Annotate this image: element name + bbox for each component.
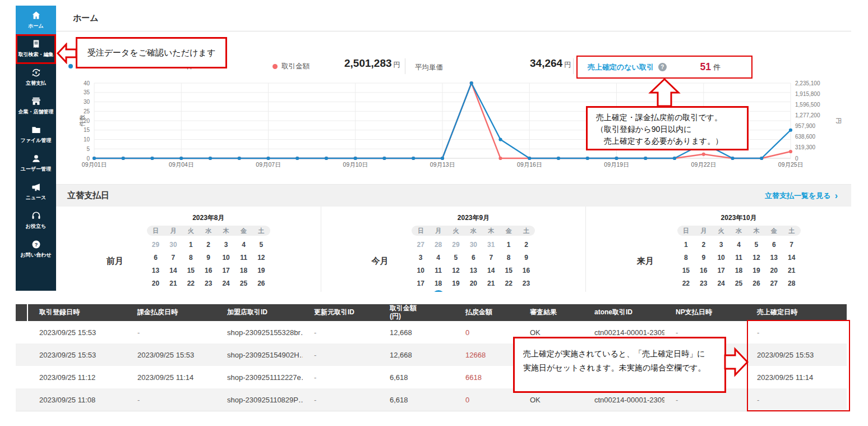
- weekday-label: 水: [200, 226, 217, 236]
- calendar-day: 5: [447, 251, 464, 264]
- sidebar-item-8[interactable]: お役立ち: [16, 206, 56, 235]
- settlement-annotation: 売上確定が実施されていると、「売上確定日時」に 実施日がセットされます。未実施の…: [513, 337, 726, 393]
- table-cell: 2023/09/25 15:53: [126, 351, 216, 359]
- table-cell: ctn00214-00001-2309…: [583, 396, 664, 404]
- sidebar-item-6[interactable]: ユーザー管理: [16, 149, 56, 177]
- calendar-day: 23: [200, 277, 217, 290]
- help-icon[interactable]: ?: [658, 63, 667, 71]
- table-cell: -: [664, 328, 746, 337]
- calendar-day: 1: [677, 239, 695, 251]
- svg-text:5: 5: [86, 146, 90, 152]
- calendar-day: 16: [200, 264, 217, 277]
- sidebar-item-label: ニュース: [26, 194, 47, 201]
- unsettled-count: 51: [700, 61, 711, 73]
- table-cell: -: [303, 351, 378, 359]
- calendar-day: 21: [164, 277, 182, 290]
- calendar-day: 25: [730, 277, 747, 290]
- calendar-day: 22: [182, 277, 200, 290]
- calendar-day: 26: [252, 277, 270, 290]
- calendar-day: 4: [430, 251, 447, 264]
- sidebar-item-9[interactable]: ?お問い合わせ: [16, 235, 56, 263]
- weekday-label: 日: [412, 226, 429, 236]
- calendar-day: 7: [164, 251, 182, 264]
- up-arrow-annotation: [646, 78, 683, 107]
- column-header: atone取引ID: [583, 304, 664, 321]
- svg-text:319,300: 319,300: [795, 144, 816, 150]
- calendar-day: 14: [164, 264, 182, 277]
- weekday-label: 土: [252, 226, 270, 236]
- sidebar-item-7[interactable]: ニュース: [16, 177, 56, 206]
- table-cell: -: [303, 373, 378, 382]
- user-icon: [31, 153, 41, 164]
- weekday-label: 月: [164, 226, 182, 236]
- table-cell: -: [303, 328, 378, 337]
- calendar-day: 26: [747, 277, 765, 290]
- stats-divider: [405, 58, 405, 74]
- sidebar-item-4[interactable]: 企業・店舗管理: [16, 91, 56, 120]
- svg-text:09月16日: 09月16日: [517, 161, 542, 168]
- calendar-day: 5: [747, 239, 765, 251]
- sidebar-item-3[interactable]: ¥立替支払: [16, 63, 56, 91]
- svg-text:15: 15: [84, 127, 90, 133]
- calendar-title: 2023年8月: [147, 213, 270, 223]
- calendar-day: 19: [447, 277, 464, 290]
- calendar-day: 19: [252, 264, 270, 277]
- sidebar-item-1[interactable]: ホーム: [16, 6, 56, 34]
- sidebar-item-label: お役立ち: [26, 223, 46, 230]
- table-cell: -: [746, 328, 847, 337]
- calendar-day: 22: [677, 277, 695, 290]
- sidebar-item-label: ホーム: [28, 22, 43, 30]
- table-cell: shop-2309251112227e…: [216, 373, 303, 382]
- calendar-weekday-row: 日月火水木金土: [412, 226, 535, 236]
- payout-list-link[interactable]: 立替支払一覧を見る ›: [765, 191, 838, 201]
- sidebar-item-label: 立替支払: [26, 80, 46, 87]
- calendar-day: 4: [730, 239, 747, 251]
- calendar-day: 21: [783, 264, 800, 277]
- calendar-day: 21: [482, 277, 500, 290]
- calendar-day: 30: [164, 239, 182, 251]
- calendar-day: 15: [500, 264, 517, 277]
- calendar-day: 12: [252, 251, 270, 264]
- calendar-day: 11: [430, 264, 447, 277]
- calendar-day: 22: [500, 277, 517, 290]
- calendar-day: 29: [147, 239, 164, 251]
- column-header: 審査結果: [519, 304, 583, 321]
- calendar-day: 12: [447, 264, 464, 277]
- table-cell: OK: [519, 396, 583, 404]
- table-cell: 12,668: [378, 328, 454, 337]
- sidebar: ホーム取引検索・編集¥立替支払企業・店舗管理ファイル管理ユーザー管理ニュースお役…: [16, 6, 56, 291]
- unsettled-label[interactable]: 売上確定のない取引: [588, 62, 654, 72]
- weekday-label: 木: [747, 226, 765, 236]
- calendar-group: 来月2023年10月日月火水木金土12345678910111213141516…: [586, 207, 851, 292]
- svg-text:09月19日: 09月19日: [604, 161, 629, 168]
- svg-text:09月10日: 09月10日: [343, 161, 368, 168]
- sidebar-item-label: 取引検索・編集: [19, 51, 54, 58]
- table-cell: shop-230925110829P…: [216, 396, 303, 404]
- calendar-day: 24: [712, 277, 730, 290]
- calendar-day: 16: [695, 264, 712, 277]
- calendar-nav-label: 前月: [107, 256, 123, 292]
- yen-cycle-icon: ¥: [31, 67, 41, 78]
- sidebar-item-2[interactable]: 取引検索・編集: [16, 34, 56, 63]
- order-data-annotation: 受注データをご確認いただけます: [76, 37, 227, 68]
- svg-text:957,900: 957,900: [795, 123, 816, 129]
- headset-icon: [31, 210, 41, 221]
- calendar-day: 9: [695, 251, 712, 264]
- table-cell: ctn00214-00001-2309…: [583, 328, 664, 337]
- calendar-day: 30: [465, 239, 482, 251]
- column-header: 取引登録日時: [28, 304, 126, 321]
- calendar-day: 13: [465, 264, 482, 277]
- table-cell: 2023/09/25 15:53: [746, 351, 847, 359]
- right-arrow-annotation: [724, 346, 749, 378]
- sidebar-item-5[interactable]: ファイル管理: [16, 120, 56, 149]
- calendar-day: 25: [235, 277, 252, 290]
- calendar-group: 前月2023年8月日月火水木金土293012345678910111213141…: [56, 207, 321, 292]
- table-cell: 2023/09/25 15:53: [28, 351, 126, 359]
- question-icon: ?: [31, 239, 41, 250]
- calendar-day: 3: [412, 251, 429, 264]
- left-arrow-annotation: [57, 43, 77, 64]
- calendar-day: 5: [252, 239, 270, 251]
- svg-text:1,277,200: 1,277,200: [795, 112, 820, 118]
- svg-text:件数: 件数: [79, 114, 85, 127]
- table-cell: 0: [454, 328, 519, 337]
